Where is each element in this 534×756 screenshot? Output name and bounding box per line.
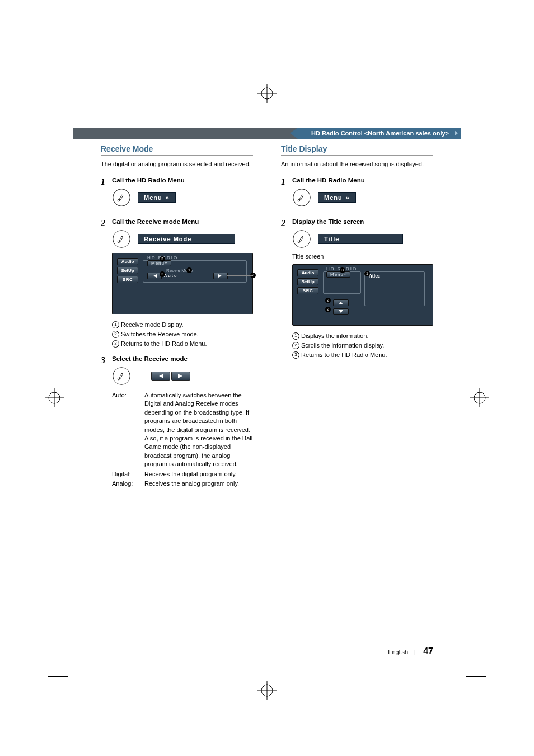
audio-button[interactable]: Audio xyxy=(297,269,318,276)
callout-1: 1 xyxy=(186,267,192,273)
mode-analog-desc: Receives the analog program only. xyxy=(144,480,239,488)
src-button[interactable]: SRC xyxy=(297,287,318,294)
mode-value: Auto xyxy=(164,273,177,278)
callout-line xyxy=(227,275,252,276)
circled-1: 1 xyxy=(292,332,299,340)
callout-2b: 2 xyxy=(325,307,331,312)
circled-3: 3 xyxy=(112,340,119,348)
screen-menu-button[interactable]: Menu« xyxy=(326,271,350,278)
step-title: Display the Title screen xyxy=(292,218,433,225)
title-screen: Audio SetUp SRC HD RADIO Menu« xyxy=(292,264,433,326)
svg-point-24 xyxy=(293,231,311,248)
title-button[interactable]: Title xyxy=(318,234,403,244)
callout-1: 1 xyxy=(364,271,370,276)
callout-text: Displays the information. xyxy=(301,331,368,341)
callout-text: Receive mode Display. xyxy=(121,320,184,330)
callout-text: Scrolls the information display. xyxy=(301,341,384,350)
svg-marker-16 xyxy=(153,274,157,278)
chevron-left-small-icon: « xyxy=(344,272,346,277)
step-title: Select the Receive mode xyxy=(112,355,253,362)
menu-button-label: Menu xyxy=(324,194,343,201)
registration-mark-left xyxy=(45,388,64,407)
step-title: Call the Receive mode Menu xyxy=(112,218,253,225)
src-button[interactable]: SRC xyxy=(117,276,138,283)
svg-point-12 xyxy=(113,189,130,206)
page-number: 47 xyxy=(423,646,433,656)
step-title: Call the HD Radio Menu xyxy=(292,177,433,184)
chevron-left-small-icon: « xyxy=(165,261,167,266)
circled-1: 1 xyxy=(112,321,119,328)
touch-icon xyxy=(292,229,311,248)
footer-lang: English xyxy=(388,649,408,655)
chevron-icon: » xyxy=(166,194,170,201)
svg-point-15 xyxy=(118,241,119,242)
svg-marker-27 xyxy=(339,310,343,313)
header-tab-label: HD Radio Control <North American sales o… xyxy=(311,130,449,137)
section-intro: An information about the received song i… xyxy=(281,160,433,169)
next-button[interactable] xyxy=(171,372,190,381)
callout-2: 2 xyxy=(160,271,165,277)
setup-button[interactable]: SetUp xyxy=(297,278,318,285)
mode-digital-desc: Receives the digital program only. xyxy=(144,470,237,478)
crop-mark xyxy=(464,81,486,81)
receive-mode-button-label: Receive Mode xyxy=(144,236,191,242)
svg-marker-26 xyxy=(339,302,343,304)
mode-digital-key: Digital: xyxy=(112,470,144,478)
step-number: 1 xyxy=(281,177,290,187)
mode-analog-key: Analog: xyxy=(112,480,144,488)
svg-point-25 xyxy=(298,241,299,242)
header-tab: HD Radio Control <North American sales o… xyxy=(298,128,461,139)
prev-button[interactable] xyxy=(151,372,170,381)
callout-3: 3 xyxy=(340,267,345,273)
touch-icon xyxy=(112,188,131,207)
section-intro: The digital or analog program is selecte… xyxy=(101,160,253,169)
svg-marker-21 xyxy=(178,374,182,378)
next-arrow-button[interactable] xyxy=(213,273,228,279)
receive-mode-button[interactable]: Receive Mode xyxy=(138,234,235,244)
registration-mark-right xyxy=(470,388,489,407)
menu-button[interactable]: Menu » xyxy=(318,192,356,203)
callout-3: 3 xyxy=(160,256,165,262)
crop-mark xyxy=(48,676,68,683)
menu-button-label: Menu xyxy=(144,194,162,201)
section-title-title-display: Title Display xyxy=(281,144,433,156)
circled-3: 3 xyxy=(292,351,299,359)
svg-marker-17 xyxy=(218,274,222,278)
title-screen-caption: Title screen xyxy=(292,253,433,260)
audio-button[interactable]: Audio xyxy=(117,258,138,265)
svg-point-22 xyxy=(293,189,311,206)
footer-separator: | xyxy=(413,649,415,655)
mode-auto-desc: Automatically switches between the Digit… xyxy=(144,391,253,469)
step-number: 2 xyxy=(101,218,110,228)
screen-menu-button[interactable]: Menu« xyxy=(147,260,171,266)
mode-auto-key: Auto: xyxy=(112,391,144,469)
crop-mark xyxy=(48,81,70,81)
registration-mark-bottom xyxy=(257,681,277,700)
callout-text: Returns to the HD Radio Menu. xyxy=(301,350,387,360)
svg-point-19 xyxy=(118,378,119,379)
menu-button[interactable]: Menu » xyxy=(138,192,176,203)
svg-marker-20 xyxy=(159,374,163,378)
touch-icon xyxy=(292,188,311,207)
svg-point-13 xyxy=(118,199,119,201)
touch-icon xyxy=(112,367,131,386)
callout-text: Returns to the HD Radio Menu. xyxy=(121,339,207,349)
crop-mark xyxy=(466,676,486,683)
circled-2: 2 xyxy=(292,342,299,349)
circled-2: 2 xyxy=(112,331,119,338)
scroll-up-button[interactable] xyxy=(333,299,349,306)
receive-mode-screen: Audio SetUp SRC HD RADIO Menu« Receie xyxy=(112,253,253,314)
step-number: 2 xyxy=(281,218,290,228)
callout-text: Switches the Receive mode. xyxy=(121,330,199,339)
setup-button[interactable]: SetUp xyxy=(117,267,138,274)
callout-2: 2 xyxy=(325,298,331,303)
page-footer: English | 47 xyxy=(388,646,433,656)
scroll-down-button[interactable] xyxy=(333,308,349,315)
section-title-receive-mode: Receive Mode xyxy=(101,144,253,156)
step-number: 1 xyxy=(101,177,110,187)
title-button-label: Title xyxy=(324,236,339,242)
step-title: Call the HD Radio Menu xyxy=(112,177,253,184)
svg-point-14 xyxy=(113,231,130,248)
step-number: 3 xyxy=(101,355,110,365)
chevron-icon: » xyxy=(346,194,350,201)
